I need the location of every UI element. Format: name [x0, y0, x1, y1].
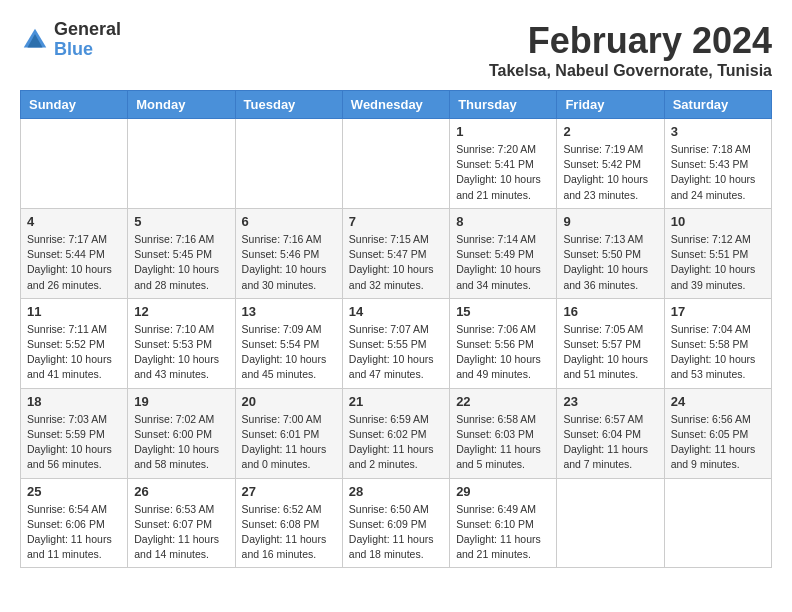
day-number: 6 [242, 214, 336, 229]
day-number: 10 [671, 214, 765, 229]
calendar-header-tuesday: Tuesday [235, 91, 342, 119]
calendar-header-monday: Monday [128, 91, 235, 119]
calendar-cell: 14Sunrise: 7:07 AMSunset: 5:55 PMDayligh… [342, 298, 449, 388]
calendar-week-row: 1Sunrise: 7:20 AMSunset: 5:41 PMDaylight… [21, 119, 772, 209]
day-info: Sunrise: 7:17 AMSunset: 5:44 PMDaylight:… [27, 232, 121, 293]
day-info: Sunrise: 7:05 AMSunset: 5:57 PMDaylight:… [563, 322, 657, 383]
day-info: Sunrise: 7:18 AMSunset: 5:43 PMDaylight:… [671, 142, 765, 203]
calendar-cell: 16Sunrise: 7:05 AMSunset: 5:57 PMDayligh… [557, 298, 664, 388]
title-block: February 2024 Takelsa, Nabeul Governorat… [489, 20, 772, 80]
calendar-header-row: SundayMondayTuesdayWednesdayThursdayFrid… [21, 91, 772, 119]
calendar-cell: 1Sunrise: 7:20 AMSunset: 5:41 PMDaylight… [450, 119, 557, 209]
day-number: 13 [242, 304, 336, 319]
calendar-cell: 7Sunrise: 7:15 AMSunset: 5:47 PMDaylight… [342, 208, 449, 298]
day-info: Sunrise: 6:56 AMSunset: 6:05 PMDaylight:… [671, 412, 765, 473]
calendar-cell: 24Sunrise: 6:56 AMSunset: 6:05 PMDayligh… [664, 388, 771, 478]
day-number: 26 [134, 484, 228, 499]
day-number: 5 [134, 214, 228, 229]
day-number: 24 [671, 394, 765, 409]
day-number: 15 [456, 304, 550, 319]
calendar-cell: 8Sunrise: 7:14 AMSunset: 5:49 PMDaylight… [450, 208, 557, 298]
calendar-cell: 5Sunrise: 7:16 AMSunset: 5:45 PMDaylight… [128, 208, 235, 298]
calendar-header-thursday: Thursday [450, 91, 557, 119]
calendar-cell: 9Sunrise: 7:13 AMSunset: 5:50 PMDaylight… [557, 208, 664, 298]
calendar-cell [557, 478, 664, 568]
calendar-cell: 17Sunrise: 7:04 AMSunset: 5:58 PMDayligh… [664, 298, 771, 388]
day-info: Sunrise: 7:15 AMSunset: 5:47 PMDaylight:… [349, 232, 443, 293]
calendar-cell: 4Sunrise: 7:17 AMSunset: 5:44 PMDaylight… [21, 208, 128, 298]
day-info: Sunrise: 7:16 AMSunset: 5:45 PMDaylight:… [134, 232, 228, 293]
day-number: 12 [134, 304, 228, 319]
month-title: February 2024 [489, 20, 772, 62]
day-number: 11 [27, 304, 121, 319]
calendar-cell [342, 119, 449, 209]
calendar-cell: 27Sunrise: 6:52 AMSunset: 6:08 PMDayligh… [235, 478, 342, 568]
calendar-cell: 25Sunrise: 6:54 AMSunset: 6:06 PMDayligh… [21, 478, 128, 568]
day-info: Sunrise: 7:06 AMSunset: 5:56 PMDaylight:… [456, 322, 550, 383]
calendar-cell: 22Sunrise: 6:58 AMSunset: 6:03 PMDayligh… [450, 388, 557, 478]
day-info: Sunrise: 7:07 AMSunset: 5:55 PMDaylight:… [349, 322, 443, 383]
calendar-cell: 6Sunrise: 7:16 AMSunset: 5:46 PMDaylight… [235, 208, 342, 298]
day-info: Sunrise: 7:16 AMSunset: 5:46 PMDaylight:… [242, 232, 336, 293]
day-info: Sunrise: 6:58 AMSunset: 6:03 PMDaylight:… [456, 412, 550, 473]
day-info: Sunrise: 7:03 AMSunset: 5:59 PMDaylight:… [27, 412, 121, 473]
day-info: Sunrise: 6:59 AMSunset: 6:02 PMDaylight:… [349, 412, 443, 473]
day-number: 27 [242, 484, 336, 499]
day-number: 20 [242, 394, 336, 409]
logo-blue-text: Blue [54, 40, 121, 60]
day-number: 18 [27, 394, 121, 409]
calendar-week-row: 11Sunrise: 7:11 AMSunset: 5:52 PMDayligh… [21, 298, 772, 388]
day-number: 19 [134, 394, 228, 409]
day-number: 7 [349, 214, 443, 229]
calendar-cell: 29Sunrise: 6:49 AMSunset: 6:10 PMDayligh… [450, 478, 557, 568]
day-number: 22 [456, 394, 550, 409]
calendar-header-saturday: Saturday [664, 91, 771, 119]
page-header: General Blue February 2024 Takelsa, Nabe… [20, 20, 772, 80]
day-info: Sunrise: 7:19 AMSunset: 5:42 PMDaylight:… [563, 142, 657, 203]
day-info: Sunrise: 7:00 AMSunset: 6:01 PMDaylight:… [242, 412, 336, 473]
day-info: Sunrise: 7:20 AMSunset: 5:41 PMDaylight:… [456, 142, 550, 203]
calendar-cell: 19Sunrise: 7:02 AMSunset: 6:00 PMDayligh… [128, 388, 235, 478]
day-number: 16 [563, 304, 657, 319]
day-info: Sunrise: 7:02 AMSunset: 6:00 PMDaylight:… [134, 412, 228, 473]
calendar-cell: 3Sunrise: 7:18 AMSunset: 5:43 PMDaylight… [664, 119, 771, 209]
calendar-cell: 11Sunrise: 7:11 AMSunset: 5:52 PMDayligh… [21, 298, 128, 388]
day-info: Sunrise: 7:09 AMSunset: 5:54 PMDaylight:… [242, 322, 336, 383]
day-number: 29 [456, 484, 550, 499]
day-number: 17 [671, 304, 765, 319]
calendar-cell: 26Sunrise: 6:53 AMSunset: 6:07 PMDayligh… [128, 478, 235, 568]
day-number: 14 [349, 304, 443, 319]
calendar-cell: 10Sunrise: 7:12 AMSunset: 5:51 PMDayligh… [664, 208, 771, 298]
calendar-header-friday: Friday [557, 91, 664, 119]
day-info: Sunrise: 6:53 AMSunset: 6:07 PMDaylight:… [134, 502, 228, 563]
day-info: Sunrise: 7:04 AMSunset: 5:58 PMDaylight:… [671, 322, 765, 383]
day-info: Sunrise: 7:12 AMSunset: 5:51 PMDaylight:… [671, 232, 765, 293]
calendar-week-row: 18Sunrise: 7:03 AMSunset: 5:59 PMDayligh… [21, 388, 772, 478]
calendar-header-sunday: Sunday [21, 91, 128, 119]
calendar-week-row: 25Sunrise: 6:54 AMSunset: 6:06 PMDayligh… [21, 478, 772, 568]
day-number: 4 [27, 214, 121, 229]
calendar-cell: 23Sunrise: 6:57 AMSunset: 6:04 PMDayligh… [557, 388, 664, 478]
calendar-cell [21, 119, 128, 209]
calendar-cell: 21Sunrise: 6:59 AMSunset: 6:02 PMDayligh… [342, 388, 449, 478]
calendar-cell: 20Sunrise: 7:00 AMSunset: 6:01 PMDayligh… [235, 388, 342, 478]
day-info: Sunrise: 7:11 AMSunset: 5:52 PMDaylight:… [27, 322, 121, 383]
logo-icon [20, 25, 50, 55]
calendar-cell [664, 478, 771, 568]
location-title: Takelsa, Nabeul Governorate, Tunisia [489, 62, 772, 80]
day-number: 25 [27, 484, 121, 499]
day-info: Sunrise: 6:49 AMSunset: 6:10 PMDaylight:… [456, 502, 550, 563]
logo: General Blue [20, 20, 121, 60]
calendar-cell: 2Sunrise: 7:19 AMSunset: 5:42 PMDaylight… [557, 119, 664, 209]
day-number: 21 [349, 394, 443, 409]
day-number: 28 [349, 484, 443, 499]
calendar-cell: 13Sunrise: 7:09 AMSunset: 5:54 PMDayligh… [235, 298, 342, 388]
calendar-cell: 18Sunrise: 7:03 AMSunset: 5:59 PMDayligh… [21, 388, 128, 478]
day-info: Sunrise: 7:10 AMSunset: 5:53 PMDaylight:… [134, 322, 228, 383]
calendar-cell: 28Sunrise: 6:50 AMSunset: 6:09 PMDayligh… [342, 478, 449, 568]
day-number: 1 [456, 124, 550, 139]
calendar-cell [128, 119, 235, 209]
day-info: Sunrise: 6:57 AMSunset: 6:04 PMDaylight:… [563, 412, 657, 473]
calendar-cell: 15Sunrise: 7:06 AMSunset: 5:56 PMDayligh… [450, 298, 557, 388]
day-info: Sunrise: 7:13 AMSunset: 5:50 PMDaylight:… [563, 232, 657, 293]
